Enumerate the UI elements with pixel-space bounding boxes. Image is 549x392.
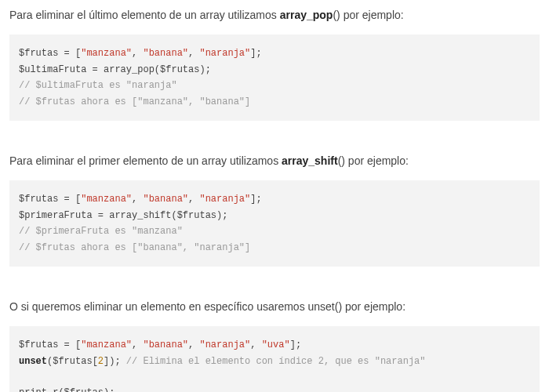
code-block: $frutas = ["manzana", "banana", "naranja… — [9, 34, 540, 121]
code-token: "banana" — [143, 194, 188, 205]
document-root: Para eliminar el último elemento de un a… — [9, 6, 540, 392]
section-description: Para eliminar el primer elemento de un a… — [9, 152, 540, 169]
desc-text: O si queremos eliminar un elemento en es… — [9, 300, 405, 313]
code-token: , — [132, 339, 143, 350]
code-token: unset — [19, 356, 47, 367]
code-token: "uva" — [262, 339, 290, 350]
code-token: // $frutas ahora es ["manzana", "banana"… — [19, 96, 250, 107]
code-token: , — [188, 48, 199, 59]
code-token: , — [188, 194, 199, 205]
code-token: // $ultimaFruta es "naranja" — [19, 80, 177, 91]
code-token: "naranja" — [199, 48, 250, 59]
code-token: ]; — [250, 194, 261, 205]
code-token: , — [250, 339, 261, 350]
code-token: $frutas = [ — [19, 194, 81, 205]
code-token: , — [188, 339, 199, 350]
desc-text: () por ejemplo: — [333, 9, 403, 21]
desc-text: Para eliminar el último elemento de un a… — [9, 9, 280, 21]
code-token: "naranja" — [199, 194, 250, 205]
code-token: ]); — [104, 356, 126, 367]
code-token: "manzana" — [81, 194, 132, 205]
code-token: "naranja" — [199, 339, 250, 350]
code-token: ]; — [250, 48, 261, 59]
code-block: $frutas = ["manzana", "banana", "naranja… — [9, 326, 540, 392]
code-token: print_r($frutas); — [19, 387, 115, 392]
desc-bold: array_shift — [282, 154, 338, 167]
code-token: ($frutas[ — [47, 356, 98, 367]
code-token: // $frutas ahora es ["banana", "naranja"… — [19, 242, 250, 253]
section-description: O si queremos eliminar un elemento en es… — [9, 298, 540, 315]
code-token: "banana" — [143, 48, 188, 59]
code-token: "banana" — [143, 339, 188, 350]
code-token: , — [132, 194, 143, 205]
code-token: "manzana" — [81, 339, 132, 350]
code-token: $frutas = [ — [19, 339, 81, 350]
code-token: $ultimaFruta = array_pop($frutas); — [19, 64, 211, 75]
code-token: $frutas = [ — [19, 48, 81, 59]
code-token: ]; — [290, 339, 301, 350]
code-token: $primeraFruta = array_shift($frutas); — [19, 210, 227, 221]
desc-text: Para eliminar el primer elemento de un a… — [9, 154, 282, 167]
code-token: // Elimina el elemento con índice 2, que… — [126, 356, 426, 367]
section-description: Para eliminar el último elemento de un a… — [9, 6, 540, 24]
code-token: "manzana" — [81, 48, 132, 59]
code-token: , — [132, 48, 143, 59]
desc-bold: array_pop — [280, 9, 333, 21]
code-token: 2 — [98, 356, 104, 367]
code-token: // $primeraFruta es "manzana" — [19, 226, 183, 237]
code-block: $frutas = ["manzana", "banana", "naranja… — [9, 180, 540, 267]
desc-text: () por ejemplo: — [338, 154, 409, 167]
